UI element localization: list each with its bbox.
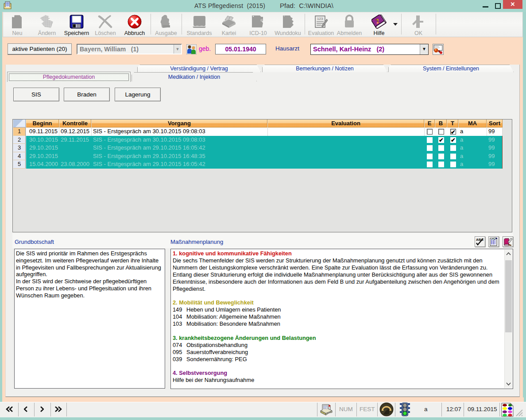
svg-text:123: 123 xyxy=(317,17,323,21)
